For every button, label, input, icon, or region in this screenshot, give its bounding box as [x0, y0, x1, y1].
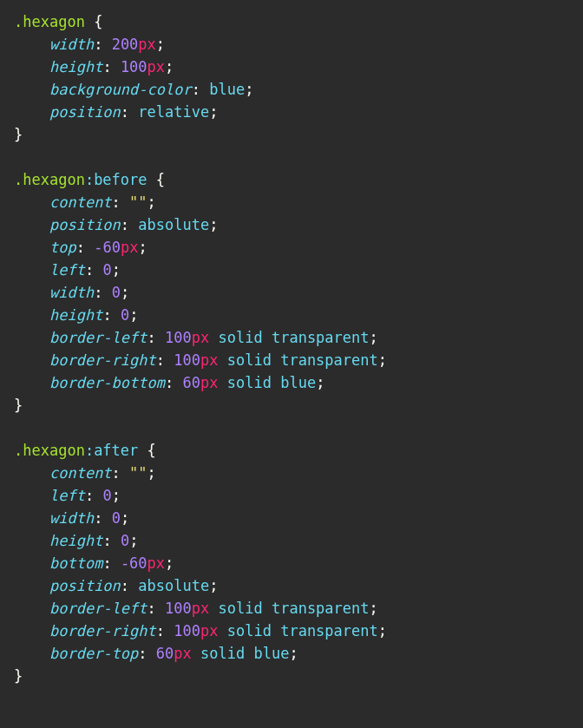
css-property: border-left: [49, 329, 147, 346]
colon: :: [121, 216, 129, 233]
colon: :: [156, 622, 165, 639]
open-brace: {: [156, 171, 165, 188]
open-brace: {: [147, 442, 156, 459]
semicolon: ;: [121, 284, 129, 301]
css-property: border-top: [49, 645, 138, 662]
code-editor[interactable]: .hexagon { width: 200px; height: 100px; …: [14, 10, 569, 687]
css-number: 100: [165, 329, 192, 346]
css-unit: px: [147, 58, 165, 75]
semicolon: ;: [129, 306, 138, 324]
css-number: 0: [121, 532, 129, 549]
css-declaration: top: -60px;: [14, 239, 147, 256]
css-property: height: [49, 306, 102, 324]
css-pseudo: :after: [85, 442, 138, 459]
semicolon: ;: [112, 261, 121, 279]
css-number: 100: [174, 351, 200, 369]
close-brace: }: [14, 397, 23, 414]
css-declaration: left: 0;: [14, 261, 121, 279]
css-keyword: transparent: [272, 329, 370, 346]
css-declaration: width: 0;: [14, 284, 129, 301]
css-unit: px: [174, 645, 191, 662]
semicolon: ;: [165, 554, 174, 572]
css-number: 0: [102, 261, 111, 279]
css-property: position: [49, 577, 121, 594]
css-rule-header: .hexagon:before {: [14, 171, 165, 188]
css-keyword: absolute: [138, 216, 209, 233]
css-number: 100: [165, 600, 192, 617]
css-keyword: relative: [138, 103, 209, 121]
colon: :: [85, 261, 94, 279]
colon: :: [147, 600, 156, 617]
css-number: 200: [112, 36, 139, 53]
semicolon: ;: [209, 216, 218, 233]
colon: :: [102, 306, 111, 324]
css-declaration: border-left: 100px solid transparent;: [14, 329, 378, 346]
colon: :: [94, 284, 102, 301]
css-declaration: content: "";: [14, 464, 156, 482]
close-brace: }: [14, 126, 23, 143]
colon: :: [121, 577, 129, 594]
colon: :: [102, 554, 111, 572]
semicolon: ;: [370, 600, 378, 617]
css-number: 100: [174, 622, 200, 639]
semicolon: ;: [245, 81, 253, 98]
css-declaration: background-color: blue;: [14, 81, 253, 98]
css-rule-header: .hexagon {: [14, 13, 102, 30]
css-number: -60: [94, 239, 121, 256]
css-keyword: solid: [200, 645, 245, 662]
semicolon: ;: [316, 374, 324, 391]
colon: :: [102, 532, 111, 549]
colon: :: [156, 351, 165, 369]
css-property: position: [49, 216, 121, 233]
semicolon: ;: [209, 103, 218, 121]
css-property: width: [49, 509, 94, 527]
css-unit: px: [200, 622, 218, 639]
semicolon: ;: [378, 622, 387, 639]
css-property: content: [49, 193, 112, 211]
colon: :: [147, 329, 156, 346]
colon: :: [94, 36, 102, 53]
semicolon: ;: [370, 329, 378, 346]
css-string: "": [129, 193, 147, 211]
colon: :: [121, 103, 129, 121]
css-property: left: [49, 261, 85, 279]
semicolon: ;: [289, 645, 298, 662]
colon: :: [76, 239, 85, 256]
css-property: border-left: [49, 600, 147, 617]
colon: :: [112, 193, 121, 211]
css-declaration: position: absolute;: [14, 216, 218, 233]
css-property: left: [49, 487, 85, 504]
css-selector: .hexagon: [14, 442, 85, 459]
colon: :: [112, 464, 121, 482]
css-property: width: [49, 36, 94, 53]
css-number: 0: [102, 487, 111, 504]
css-keyword: transparent: [272, 600, 370, 617]
colon: :: [85, 487, 94, 504]
css-unit: px: [121, 239, 138, 256]
css-number: 60: [183, 374, 200, 391]
css-keyword: solid: [219, 600, 263, 617]
css-keyword: solid: [227, 374, 272, 391]
css-keyword: solid: [219, 329, 263, 346]
css-number: 60: [156, 645, 174, 662]
css-declaration: width: 200px;: [14, 36, 165, 53]
semicolon: ;: [121, 509, 129, 527]
semicolon: ;: [138, 239, 147, 256]
semicolon: ;: [129, 532, 138, 549]
semicolon: ;: [165, 58, 174, 75]
css-unit: px: [200, 374, 218, 391]
css-rule-header: .hexagon:after {: [14, 442, 156, 459]
colon: :: [165, 374, 174, 391]
close-brace: }: [14, 667, 23, 685]
css-property: border-bottom: [49, 374, 165, 391]
css-selector: .hexagon: [14, 171, 85, 188]
semicolon: ;: [156, 36, 165, 53]
css-number: 0: [112, 509, 121, 527]
css-keyword: blue: [253, 645, 289, 662]
css-number: 100: [121, 58, 147, 75]
css-property: height: [49, 532, 102, 549]
css-keyword: solid: [227, 622, 272, 639]
semicolon: ;: [378, 351, 387, 369]
css-declaration: position: absolute;: [14, 577, 218, 594]
semicolon: ;: [112, 487, 121, 504]
